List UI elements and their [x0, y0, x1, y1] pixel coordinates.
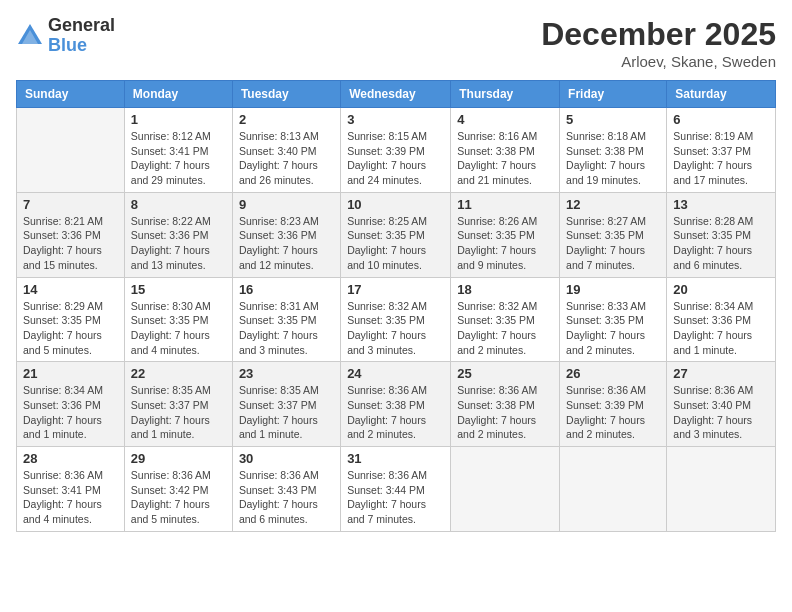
calendar-cell: 14Sunrise: 8:29 AM Sunset: 3:35 PM Dayli… — [17, 277, 125, 362]
day-number: 26 — [566, 366, 660, 381]
logo-blue-text: Blue — [48, 36, 115, 56]
calendar-week-row: 14Sunrise: 8:29 AM Sunset: 3:35 PM Dayli… — [17, 277, 776, 362]
day-info: Sunrise: 8:34 AM Sunset: 3:36 PM Dayligh… — [673, 299, 769, 358]
weekday-header-sunday: Sunday — [17, 81, 125, 108]
day-info: Sunrise: 8:16 AM Sunset: 3:38 PM Dayligh… — [457, 129, 553, 188]
day-number: 7 — [23, 197, 118, 212]
calendar-cell: 28Sunrise: 8:36 AM Sunset: 3:41 PM Dayli… — [17, 447, 125, 532]
logo: General Blue — [16, 16, 115, 56]
calendar-cell: 6Sunrise: 8:19 AM Sunset: 3:37 PM Daylig… — [667, 108, 776, 193]
logo-general-text: General — [48, 16, 115, 36]
weekday-header-wednesday: Wednesday — [341, 81, 451, 108]
calendar-cell: 2Sunrise: 8:13 AM Sunset: 3:40 PM Daylig… — [232, 108, 340, 193]
day-info: Sunrise: 8:28 AM Sunset: 3:35 PM Dayligh… — [673, 214, 769, 273]
day-info: Sunrise: 8:19 AM Sunset: 3:37 PM Dayligh… — [673, 129, 769, 188]
day-number: 30 — [239, 451, 334, 466]
day-number: 5 — [566, 112, 660, 127]
day-info: Sunrise: 8:36 AM Sunset: 3:38 PM Dayligh… — [347, 383, 444, 442]
calendar-cell — [560, 447, 667, 532]
day-info: Sunrise: 8:33 AM Sunset: 3:35 PM Dayligh… — [566, 299, 660, 358]
day-number: 4 — [457, 112, 553, 127]
day-info: Sunrise: 8:23 AM Sunset: 3:36 PM Dayligh… — [239, 214, 334, 273]
day-number: 14 — [23, 282, 118, 297]
calendar-cell: 8Sunrise: 8:22 AM Sunset: 3:36 PM Daylig… — [124, 192, 232, 277]
day-info: Sunrise: 8:31 AM Sunset: 3:35 PM Dayligh… — [239, 299, 334, 358]
calendar-cell: 18Sunrise: 8:32 AM Sunset: 3:35 PM Dayli… — [451, 277, 560, 362]
day-info: Sunrise: 8:36 AM Sunset: 3:44 PM Dayligh… — [347, 468, 444, 527]
calendar-week-row: 1Sunrise: 8:12 AM Sunset: 3:41 PM Daylig… — [17, 108, 776, 193]
calendar-cell: 5Sunrise: 8:18 AM Sunset: 3:38 PM Daylig… — [560, 108, 667, 193]
calendar-cell: 25Sunrise: 8:36 AM Sunset: 3:38 PM Dayli… — [451, 362, 560, 447]
day-info: Sunrise: 8:32 AM Sunset: 3:35 PM Dayligh… — [457, 299, 553, 358]
weekday-header-friday: Friday — [560, 81, 667, 108]
day-info: Sunrise: 8:36 AM Sunset: 3:40 PM Dayligh… — [673, 383, 769, 442]
day-info: Sunrise: 8:27 AM Sunset: 3:35 PM Dayligh… — [566, 214, 660, 273]
calendar-cell: 29Sunrise: 8:36 AM Sunset: 3:42 PM Dayli… — [124, 447, 232, 532]
calendar-cell: 24Sunrise: 8:36 AM Sunset: 3:38 PM Dayli… — [341, 362, 451, 447]
day-number: 13 — [673, 197, 769, 212]
calendar-cell — [17, 108, 125, 193]
calendar-cell: 27Sunrise: 8:36 AM Sunset: 3:40 PM Dayli… — [667, 362, 776, 447]
calendar-cell: 9Sunrise: 8:23 AM Sunset: 3:36 PM Daylig… — [232, 192, 340, 277]
calendar-cell: 11Sunrise: 8:26 AM Sunset: 3:35 PM Dayli… — [451, 192, 560, 277]
day-info: Sunrise: 8:35 AM Sunset: 3:37 PM Dayligh… — [131, 383, 226, 442]
weekday-header-tuesday: Tuesday — [232, 81, 340, 108]
day-info: Sunrise: 8:13 AM Sunset: 3:40 PM Dayligh… — [239, 129, 334, 188]
day-number: 8 — [131, 197, 226, 212]
day-number: 27 — [673, 366, 769, 381]
day-info: Sunrise: 8:36 AM Sunset: 3:41 PM Dayligh… — [23, 468, 118, 527]
day-number: 20 — [673, 282, 769, 297]
calendar-header-row: SundayMondayTuesdayWednesdayThursdayFrid… — [17, 81, 776, 108]
day-info: Sunrise: 8:36 AM Sunset: 3:39 PM Dayligh… — [566, 383, 660, 442]
calendar-cell: 31Sunrise: 8:36 AM Sunset: 3:44 PM Dayli… — [341, 447, 451, 532]
day-number: 12 — [566, 197, 660, 212]
calendar-cell: 15Sunrise: 8:30 AM Sunset: 3:35 PM Dayli… — [124, 277, 232, 362]
calendar-cell: 23Sunrise: 8:35 AM Sunset: 3:37 PM Dayli… — [232, 362, 340, 447]
calendar-cell: 20Sunrise: 8:34 AM Sunset: 3:36 PM Dayli… — [667, 277, 776, 362]
calendar-week-row: 7Sunrise: 8:21 AM Sunset: 3:36 PM Daylig… — [17, 192, 776, 277]
day-info: Sunrise: 8:21 AM Sunset: 3:36 PM Dayligh… — [23, 214, 118, 273]
calendar-cell: 16Sunrise: 8:31 AM Sunset: 3:35 PM Dayli… — [232, 277, 340, 362]
day-number: 29 — [131, 451, 226, 466]
day-info: Sunrise: 8:26 AM Sunset: 3:35 PM Dayligh… — [457, 214, 553, 273]
calendar-week-row: 28Sunrise: 8:36 AM Sunset: 3:41 PM Dayli… — [17, 447, 776, 532]
day-info: Sunrise: 8:30 AM Sunset: 3:35 PM Dayligh… — [131, 299, 226, 358]
calendar-cell: 13Sunrise: 8:28 AM Sunset: 3:35 PM Dayli… — [667, 192, 776, 277]
day-number: 11 — [457, 197, 553, 212]
title-section: December 2025 Arloev, Skane, Sweden — [541, 16, 776, 70]
calendar-cell: 22Sunrise: 8:35 AM Sunset: 3:37 PM Dayli… — [124, 362, 232, 447]
day-info: Sunrise: 8:36 AM Sunset: 3:43 PM Dayligh… — [239, 468, 334, 527]
calendar-cell: 30Sunrise: 8:36 AM Sunset: 3:43 PM Dayli… — [232, 447, 340, 532]
day-number: 24 — [347, 366, 444, 381]
calendar-cell — [451, 447, 560, 532]
month-title: December 2025 — [541, 16, 776, 53]
calendar-cell: 19Sunrise: 8:33 AM Sunset: 3:35 PM Dayli… — [560, 277, 667, 362]
day-info: Sunrise: 8:29 AM Sunset: 3:35 PM Dayligh… — [23, 299, 118, 358]
calendar-cell — [667, 447, 776, 532]
day-info: Sunrise: 8:34 AM Sunset: 3:36 PM Dayligh… — [23, 383, 118, 442]
day-info: Sunrise: 8:32 AM Sunset: 3:35 PM Dayligh… — [347, 299, 444, 358]
day-number: 19 — [566, 282, 660, 297]
calendar-week-row: 21Sunrise: 8:34 AM Sunset: 3:36 PM Dayli… — [17, 362, 776, 447]
calendar-cell: 7Sunrise: 8:21 AM Sunset: 3:36 PM Daylig… — [17, 192, 125, 277]
calendar-cell: 17Sunrise: 8:32 AM Sunset: 3:35 PM Dayli… — [341, 277, 451, 362]
day-number: 23 — [239, 366, 334, 381]
day-number: 28 — [23, 451, 118, 466]
calendar-table: SundayMondayTuesdayWednesdayThursdayFrid… — [16, 80, 776, 532]
day-info: Sunrise: 8:18 AM Sunset: 3:38 PM Dayligh… — [566, 129, 660, 188]
day-info: Sunrise: 8:25 AM Sunset: 3:35 PM Dayligh… — [347, 214, 444, 273]
day-info: Sunrise: 8:36 AM Sunset: 3:42 PM Dayligh… — [131, 468, 226, 527]
calendar-cell: 1Sunrise: 8:12 AM Sunset: 3:41 PM Daylig… — [124, 108, 232, 193]
weekday-header-monday: Monday — [124, 81, 232, 108]
calendar-cell: 10Sunrise: 8:25 AM Sunset: 3:35 PM Dayli… — [341, 192, 451, 277]
day-number: 2 — [239, 112, 334, 127]
day-number: 3 — [347, 112, 444, 127]
day-number: 10 — [347, 197, 444, 212]
day-number: 22 — [131, 366, 226, 381]
day-number: 15 — [131, 282, 226, 297]
logo-icon — [16, 22, 44, 50]
day-number: 31 — [347, 451, 444, 466]
day-info: Sunrise: 8:22 AM Sunset: 3:36 PM Dayligh… — [131, 214, 226, 273]
day-number: 25 — [457, 366, 553, 381]
day-info: Sunrise: 8:36 AM Sunset: 3:38 PM Dayligh… — [457, 383, 553, 442]
